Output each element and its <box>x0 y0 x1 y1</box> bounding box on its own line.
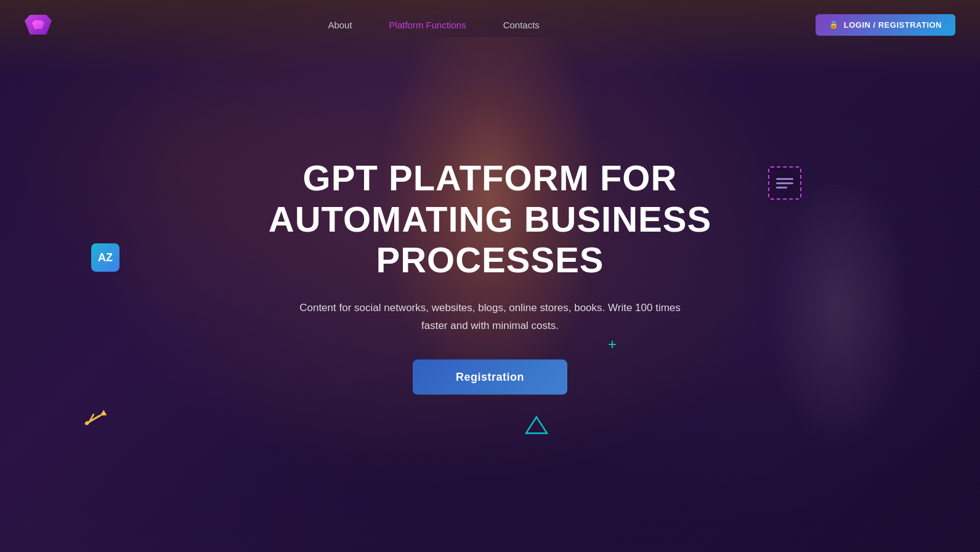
hero-title: GPT PLATFORM FOR AUTOMATING BUSINESS PRO… <box>244 158 737 281</box>
logo[interactable] <box>25 15 52 34</box>
nav-about[interactable]: About <box>328 20 352 30</box>
hero-content: GPT PLATFORM FOR AUTOMATING BUSINESS PRO… <box>244 158 737 395</box>
nav-contacts[interactable]: Contacts <box>503 20 540 30</box>
hero-title-line2: AUTOMATING BUSINESS PROCESSES <box>269 198 711 280</box>
logo-inner-shape <box>32 20 44 29</box>
doc-line-2 <box>776 182 793 184</box>
doc-line-1 <box>776 178 793 180</box>
document-decoration-icon <box>768 166 801 200</box>
plus-decoration-icon: + <box>608 336 617 353</box>
triangle-decoration-icon <box>524 415 549 438</box>
lock-icon: 🔒 <box>829 20 839 29</box>
doc-line-3 <box>776 187 787 189</box>
login-button-label: LOGIN / REGISTRATION <box>844 20 942 30</box>
login-registration-button[interactable]: 🔒 LOGIN / REGISTRATION <box>816 14 955 36</box>
logo-icon <box>25 15 52 34</box>
nav-platform-functions[interactable]: Platform Functions <box>389 20 466 30</box>
doc-lines <box>776 178 793 189</box>
registration-button[interactable]: Registration <box>413 359 567 394</box>
az-decoration-icon: AZ <box>91 243 119 272</box>
svg-marker-4 <box>526 417 547 433</box>
hero-title-line1: GPT PLATFORM FOR <box>303 158 678 198</box>
hero-subtitle: Content for social networks, websites, b… <box>299 299 681 335</box>
navbar: About Platform Functions Contacts 🔒 LOGI… <box>0 0 980 49</box>
nav-links: About Platform Functions Contacts <box>328 20 539 30</box>
background-person-right <box>746 185 931 493</box>
